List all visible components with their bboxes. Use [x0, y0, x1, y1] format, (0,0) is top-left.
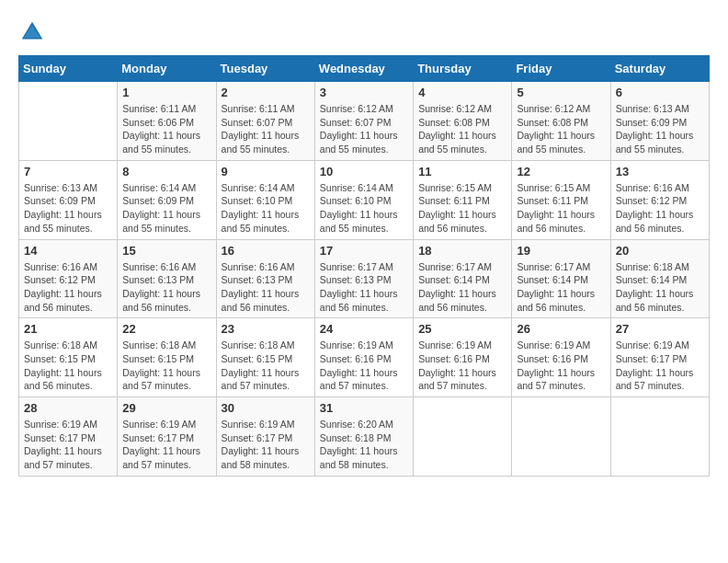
day-number: 11: [418, 165, 506, 178]
calendar-cell: 29Sunrise: 6:19 AMSunset: 6:17 PMDayligh…: [118, 397, 216, 477]
calendar-cell: 31Sunrise: 6:20 AMSunset: 6:18 PMDayligh…: [314, 397, 413, 477]
calendar-cell: 2Sunrise: 6:11 AMSunset: 6:07 PMDaylight…: [216, 82, 314, 161]
day-number: 28: [24, 401, 112, 415]
calendar-cell: [512, 397, 610, 477]
calendar-cell: 23Sunrise: 6:18 AMSunset: 6:15 PMDayligh…: [216, 318, 314, 397]
day-number: 22: [122, 322, 210, 336]
day-info: Sunrise: 6:18 AMSunset: 6:14 PMDaylight:…: [616, 260, 704, 315]
weekday-header-thursday: Thursday: [414, 56, 512, 82]
day-number: 17: [320, 244, 408, 258]
calendar-table: SundayMondayTuesdayWednesdayThursdayFrid…: [18, 55, 710, 477]
calendar-cell: 3Sunrise: 6:12 AMSunset: 6:07 PMDaylight…: [314, 82, 413, 161]
weekday-header-sunday: Sunday: [19, 56, 118, 82]
day-number: 5: [517, 86, 605, 99]
calendar-cell: 26Sunrise: 6:19 AMSunset: 6:16 PMDayligh…: [512, 318, 610, 397]
calendar-week-row: 28Sunrise: 6:19 AMSunset: 6:17 PMDayligh…: [19, 397, 710, 477]
day-info: Sunrise: 6:17 AMSunset: 6:14 PMDaylight:…: [418, 260, 506, 315]
calendar-cell: 9Sunrise: 6:14 AMSunset: 6:10 PMDaylight…: [216, 160, 314, 239]
day-number: 13: [616, 165, 704, 178]
calendar-cell: 20Sunrise: 6:18 AMSunset: 6:14 PMDayligh…: [610, 239, 709, 318]
calendar-week-row: 14Sunrise: 6:16 AMSunset: 6:12 PMDayligh…: [19, 239, 710, 318]
day-info: Sunrise: 6:17 AMSunset: 6:14 PMDaylight:…: [517, 260, 605, 315]
day-info: Sunrise: 6:12 AMSunset: 6:08 PMDaylight:…: [418, 102, 506, 156]
calendar-cell: [414, 397, 512, 477]
calendar-cell: 21Sunrise: 6:18 AMSunset: 6:15 PMDayligh…: [19, 318, 118, 397]
day-number: 18: [418, 244, 506, 258]
day-info: Sunrise: 6:18 AMSunset: 6:15 PMDaylight:…: [24, 339, 112, 393]
day-info: Sunrise: 6:19 AMSunset: 6:16 PMDaylight:…: [517, 339, 605, 393]
day-number: 25: [418, 322, 506, 336]
day-info: Sunrise: 6:20 AMSunset: 6:18 PMDaylight:…: [320, 418, 408, 472]
day-info: Sunrise: 6:19 AMSunset: 6:16 PMDaylight:…: [418, 339, 506, 393]
day-info: Sunrise: 6:12 AMSunset: 6:07 PMDaylight:…: [320, 102, 408, 156]
day-number: 23: [222, 322, 310, 336]
day-info: Sunrise: 6:11 AMSunset: 6:06 PMDaylight:…: [122, 102, 210, 156]
day-info: Sunrise: 6:14 AMSunset: 6:09 PMDaylight:…: [122, 181, 210, 236]
day-info: Sunrise: 6:19 AMSunset: 6:16 PMDaylight:…: [320, 339, 408, 393]
calendar-cell: 14Sunrise: 6:16 AMSunset: 6:12 PMDayligh…: [19, 239, 118, 318]
day-number: 4: [418, 86, 506, 99]
page-header: [18, 18, 710, 46]
day-number: 2: [222, 86, 310, 99]
day-number: 30: [222, 401, 310, 415]
calendar-cell: 6Sunrise: 6:13 AMSunset: 6:09 PMDaylight…: [610, 82, 709, 161]
day-number: 20: [616, 244, 704, 258]
calendar-cell: 28Sunrise: 6:19 AMSunset: 6:17 PMDayligh…: [19, 397, 118, 477]
day-info: Sunrise: 6:15 AMSunset: 6:11 PMDaylight:…: [517, 181, 605, 236]
day-number: 19: [517, 244, 605, 258]
day-number: 6: [616, 86, 704, 99]
day-info: Sunrise: 6:16 AMSunset: 6:13 PMDaylight:…: [222, 260, 310, 315]
day-info: Sunrise: 6:19 AMSunset: 6:17 PMDaylight:…: [222, 418, 310, 472]
calendar-cell: 7Sunrise: 6:13 AMSunset: 6:09 PMDaylight…: [19, 160, 118, 239]
day-number: 16: [222, 244, 310, 258]
logo: [18, 18, 50, 46]
day-number: 14: [24, 244, 112, 258]
day-number: 7: [24, 165, 112, 178]
weekday-header-row: SundayMondayTuesdayWednesdayThursdayFrid…: [19, 56, 710, 82]
day-info: Sunrise: 6:16 AMSunset: 6:13 PMDaylight:…: [122, 260, 210, 315]
calendar-cell: [19, 82, 118, 161]
day-info: Sunrise: 6:18 AMSunset: 6:15 PMDaylight:…: [222, 339, 310, 393]
weekday-header-monday: Monday: [118, 56, 216, 82]
calendar-cell: 18Sunrise: 6:17 AMSunset: 6:14 PMDayligh…: [414, 239, 512, 318]
calendar-cell: 15Sunrise: 6:16 AMSunset: 6:13 PMDayligh…: [118, 239, 216, 318]
day-number: 24: [320, 322, 408, 336]
weekday-header-saturday: Saturday: [610, 56, 709, 82]
logo-icon: [18, 18, 46, 46]
day-number: 26: [517, 322, 605, 336]
day-number: 12: [517, 165, 605, 178]
day-number: 29: [122, 401, 210, 415]
calendar-cell: 30Sunrise: 6:19 AMSunset: 6:17 PMDayligh…: [216, 397, 314, 477]
calendar-week-row: 7Sunrise: 6:13 AMSunset: 6:09 PMDaylight…: [19, 160, 710, 239]
calendar-cell: 17Sunrise: 6:17 AMSunset: 6:13 PMDayligh…: [314, 239, 413, 318]
calendar-cell: 27Sunrise: 6:19 AMSunset: 6:17 PMDayligh…: [610, 318, 709, 397]
day-info: Sunrise: 6:17 AMSunset: 6:13 PMDaylight:…: [320, 260, 408, 315]
day-info: Sunrise: 6:13 AMSunset: 6:09 PMDaylight:…: [24, 181, 112, 236]
calendar-cell: 8Sunrise: 6:14 AMSunset: 6:09 PMDaylight…: [118, 160, 216, 239]
day-number: 15: [122, 244, 210, 258]
day-number: 10: [320, 165, 408, 178]
day-info: Sunrise: 6:14 AMSunset: 6:10 PMDaylight:…: [320, 181, 408, 236]
weekday-header-tuesday: Tuesday: [216, 56, 314, 82]
day-info: Sunrise: 6:19 AMSunset: 6:17 PMDaylight:…: [616, 339, 704, 393]
calendar-cell: 4Sunrise: 6:12 AMSunset: 6:08 PMDaylight…: [414, 82, 512, 161]
calendar-week-row: 1Sunrise: 6:11 AMSunset: 6:06 PMDaylight…: [19, 82, 710, 161]
day-number: 3: [320, 86, 408, 99]
calendar-cell: 11Sunrise: 6:15 AMSunset: 6:11 PMDayligh…: [414, 160, 512, 239]
calendar-cell: 25Sunrise: 6:19 AMSunset: 6:16 PMDayligh…: [414, 318, 512, 397]
day-number: 8: [122, 165, 210, 178]
day-info: Sunrise: 6:16 AMSunset: 6:12 PMDaylight:…: [616, 181, 704, 236]
weekday-header-friday: Friday: [512, 56, 610, 82]
day-info: Sunrise: 6:18 AMSunset: 6:15 PMDaylight:…: [122, 339, 210, 393]
day-number: 1: [122, 86, 210, 99]
day-info: Sunrise: 6:13 AMSunset: 6:09 PMDaylight:…: [616, 102, 704, 156]
calendar-cell: 16Sunrise: 6:16 AMSunset: 6:13 PMDayligh…: [216, 239, 314, 318]
day-info: Sunrise: 6:12 AMSunset: 6:08 PMDaylight:…: [517, 102, 605, 156]
calendar-cell: 1Sunrise: 6:11 AMSunset: 6:06 PMDaylight…: [118, 82, 216, 161]
calendar-cell: 24Sunrise: 6:19 AMSunset: 6:16 PMDayligh…: [314, 318, 413, 397]
weekday-header-wednesday: Wednesday: [314, 56, 413, 82]
calendar-cell: 22Sunrise: 6:18 AMSunset: 6:15 PMDayligh…: [118, 318, 216, 397]
day-info: Sunrise: 6:16 AMSunset: 6:12 PMDaylight:…: [24, 260, 112, 315]
calendar-cell: 10Sunrise: 6:14 AMSunset: 6:10 PMDayligh…: [314, 160, 413, 239]
calendar-cell: 5Sunrise: 6:12 AMSunset: 6:08 PMDaylight…: [512, 82, 610, 161]
